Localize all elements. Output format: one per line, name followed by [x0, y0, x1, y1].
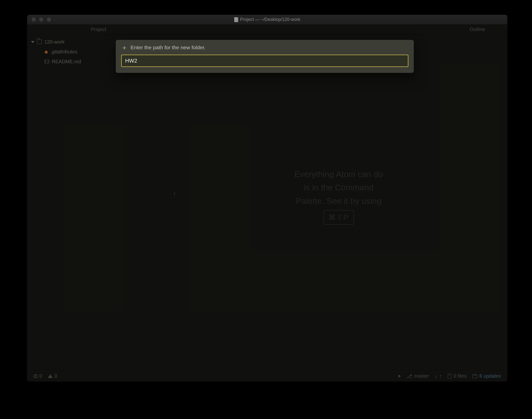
- git-files[interactable]: 0 files: [448, 373, 466, 379]
- status-dot: [398, 375, 400, 377]
- tab-project[interactable]: Project: [27, 27, 170, 32]
- project-tree[interactable]: 120-work ◆ .gitattributes README.md: [27, 34, 170, 370]
- editor-pane: ‹ Everything Atom can do is in the Comma…: [170, 34, 507, 370]
- welcome-line: Everything Atom can do: [294, 167, 383, 181]
- window-close-button[interactable]: [32, 17, 36, 22]
- editor-window: Project — ~/Desktop/120-work Project Out…: [27, 15, 507, 382]
- branch-name: master: [414, 373, 429, 379]
- new-folder-path-input[interactable]: [121, 55, 408, 67]
- dialog-label: Enter the path for the new folder.: [131, 45, 206, 50]
- git-branch[interactable]: ⎇ master: [406, 373, 429, 379]
- git-sync[interactable]: ↓ ↑: [435, 373, 442, 379]
- titlebar: Project — ~/Desktop/120-work: [27, 15, 507, 25]
- welcome-line: Palette. See it by using: [294, 194, 383, 208]
- window-minimize-button[interactable]: [39, 17, 43, 22]
- arrow-up-icon: ↑: [439, 373, 442, 379]
- panel-tab-bar: Project Outline: [27, 25, 507, 34]
- git-icon: ◆: [44, 49, 48, 55]
- package-icon: [472, 374, 477, 378]
- updates-status[interactable]: 6 updates: [472, 373, 501, 379]
- tree-item-label: .gitattributes: [50, 49, 77, 55]
- branch-icon: ⎇: [406, 373, 412, 379]
- window-zoom-button[interactable]: [47, 17, 51, 22]
- arrow-down-icon: ↓: [435, 373, 437, 379]
- window-title: Project — ~/Desktop/120-work: [240, 17, 300, 22]
- keyboard-shortcut: ⌘⇧P: [323, 210, 354, 225]
- status-bar: 0 0 ⎇ master ↓ ↑ 0 files 6 update: [27, 370, 507, 382]
- warn-count: 0: [54, 373, 57, 379]
- markdown-icon: [44, 60, 49, 64]
- welcome-line: is in the Command: [294, 181, 383, 194]
- plus-icon: ＋: [121, 44, 128, 51]
- updates-label: 6 updates: [479, 373, 501, 379]
- tree-root-label: 120-work: [44, 39, 65, 45]
- tab-outline[interactable]: Outline: [170, 27, 507, 32]
- files-label: 0 files: [454, 373, 466, 379]
- chevron-down-icon: [31, 41, 34, 43]
- new-folder-dialog: ＋ Enter the path for the new folder.: [116, 40, 414, 73]
- chevron-left-icon[interactable]: ‹: [173, 190, 176, 197]
- welcome-hint: Everything Atom can do is in the Command…: [294, 167, 383, 225]
- diff-icon: [448, 374, 452, 379]
- diagnostics-info[interactable]: 0: [33, 373, 42, 379]
- folder-icon: [37, 40, 42, 44]
- warning-icon: [48, 374, 52, 378]
- file-icon: [234, 17, 238, 22]
- diagnostics-warn[interactable]: 0: [48, 373, 57, 379]
- tree-item-label: README.md: [52, 59, 81, 64]
- info-icon: [33, 374, 37, 378]
- info-count: 0: [39, 373, 42, 379]
